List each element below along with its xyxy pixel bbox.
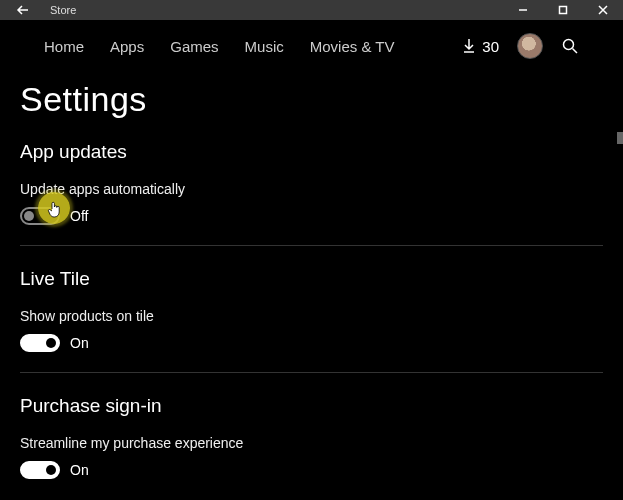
nav-movies[interactable]: Movies & TV: [310, 38, 395, 55]
section-purchase-signin: Purchase sign-in Streamline my purchase …: [20, 395, 603, 479]
maximize-icon: [558, 5, 568, 15]
label-show-products: Show products on tile: [20, 308, 603, 324]
minimize-button[interactable]: [503, 0, 543, 20]
search-button[interactable]: [561, 37, 579, 55]
section-title-app-updates: App updates: [20, 141, 603, 163]
window-title: Store: [46, 0, 76, 20]
section-title-live-tile: Live Tile: [20, 268, 603, 290]
toggle-value-update-apps: Off: [70, 208, 88, 224]
label-streamline-purchase: Streamline my purchase experience: [20, 435, 603, 451]
toggle-value-streamline-purchase: On: [70, 462, 89, 478]
svg-point-1: [564, 40, 574, 50]
minimize-icon: [518, 5, 528, 15]
svg-rect-0: [560, 7, 567, 14]
divider: [20, 245, 603, 246]
toggle-value-show-products: On: [70, 335, 89, 351]
arrow-left-icon: [16, 3, 30, 17]
page-title: Settings: [20, 80, 603, 119]
nav-apps[interactable]: Apps: [110, 38, 144, 55]
section-live-tile: Live Tile Show products on tile On: [20, 268, 603, 352]
close-button[interactable]: [583, 0, 623, 20]
avatar[interactable]: [517, 33, 543, 59]
navbar: Home Apps Games Music Movies & TV 30: [0, 20, 623, 72]
nav-games[interactable]: Games: [170, 38, 218, 55]
divider: [20, 372, 603, 373]
nav-music[interactable]: Music: [245, 38, 284, 55]
maximize-button[interactable]: [543, 0, 583, 20]
back-button[interactable]: [0, 0, 46, 20]
download-count: 30: [482, 38, 499, 55]
toggle-knob: [46, 338, 56, 348]
section-app-updates: App updates Update apps automatically Of…: [20, 141, 603, 225]
toggle-knob: [24, 211, 34, 221]
search-icon: [561, 37, 579, 55]
nav-home[interactable]: Home: [44, 38, 84, 55]
downloads-indicator[interactable]: 30: [462, 38, 499, 55]
label-update-apps: Update apps automatically: [20, 181, 603, 197]
settings-content: Settings App updates Update apps automat…: [0, 72, 623, 500]
close-icon: [598, 5, 608, 15]
download-icon: [462, 38, 476, 54]
toggle-show-products[interactable]: [20, 334, 60, 352]
toggle-knob: [46, 465, 56, 475]
toggle-streamline-purchase[interactable]: [20, 461, 60, 479]
section-title-purchase: Purchase sign-in: [20, 395, 603, 417]
toggle-update-apps[interactable]: [20, 207, 60, 225]
window-titlebar: Store: [0, 0, 623, 20]
